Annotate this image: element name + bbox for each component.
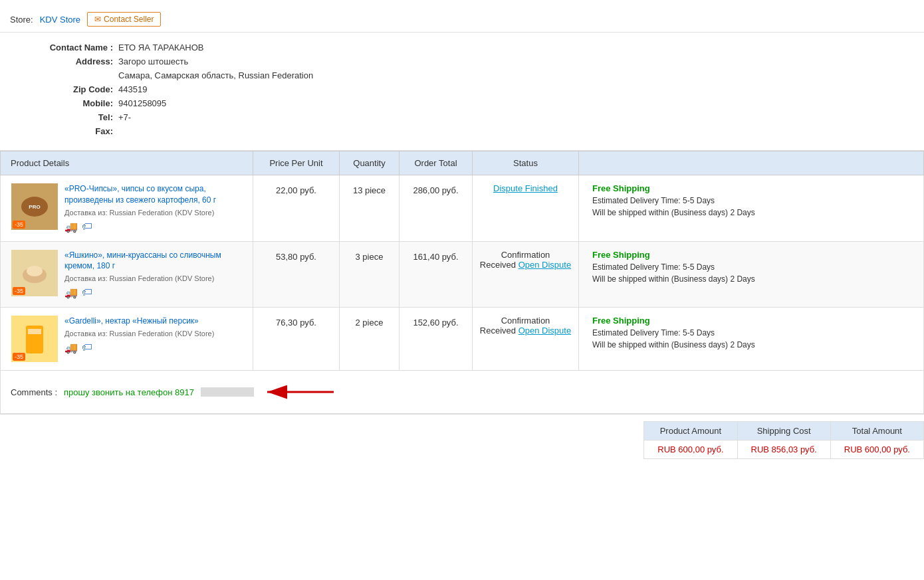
- contact-address-line1: Загоро штошесть: [118, 56, 188, 66]
- contact-name-row: Contact Name : ЕТО ЯА ТАРАКАНОВ: [27, 43, 904, 52]
- comments-row: Comments : прошу звонить на телефон 8917: [1, 371, 924, 414]
- product-cell-2: -35 «Яшкино», мини-круассаны со сливочны…: [1, 241, 253, 308]
- arrow-indicator: [261, 379, 340, 405]
- totals-header-row: Product Amount Shipping Cost Total Amoun…: [644, 422, 924, 440]
- svg-rect-8: [28, 329, 41, 334]
- contact-address-row: Address: Загоро штошесть: [27, 56, 904, 66]
- table-row: -35 PRO «PRO-Чипсы», чипсы со вкусом сыр…: [1, 175, 924, 242]
- shipping-cell-1: Free Shipping Estimated Delivery Time: 5…: [579, 175, 924, 242]
- contact-tel-value: +7-: [118, 112, 131, 122]
- totals-value-row: RUB 600,00 руб. RUB 856,03 руб. RUB 600,…: [644, 440, 924, 459]
- contact-seller-button[interactable]: ✉ Contact Seller: [87, 12, 161, 27]
- header-quantity: Quantity: [340, 151, 400, 175]
- contact-seller-label: Contact Seller: [104, 15, 154, 24]
- arrow-svg: [261, 379, 340, 405]
- tag-icon: 🏷: [82, 286, 92, 299]
- shipping-cost-value: RUB 856,03 руб.: [737, 440, 830, 459]
- product-amount-header: Product Amount: [644, 422, 737, 440]
- product-cell-1: -35 PRO «PRO-Чипсы», чипсы со вкусом сыр…: [1, 175, 253, 242]
- total-amount-value: RUB 600,00 руб.: [830, 440, 923, 459]
- product-source-1: Доставка из: Russian Federation (KDV Sto…: [64, 209, 247, 217]
- email-icon: ✉: [94, 15, 101, 24]
- product-icons-2: 🚚 🏷: [64, 286, 247, 299]
- free-shipping-label-2: Free Shipping: [592, 250, 918, 260]
- store-name-link[interactable]: KDV Store: [40, 15, 80, 25]
- order-table: Product Details Price Per Unit Quantity …: [0, 151, 924, 414]
- product-info-2: «Яшкино», мини-круассаны со сливочным кр…: [64, 250, 247, 300]
- product-name-link-2[interactable]: «Яшкино», мини-круассаны со сливочным кр…: [64, 250, 221, 271]
- product-icons-3: 🚚 🏷: [64, 341, 247, 354]
- truck-icon: 🚚: [64, 286, 78, 299]
- header-product: Product Details: [1, 151, 253, 175]
- discount-badge: -35: [13, 353, 25, 361]
- comments-text: прошу звонить на телефон 8917: [64, 387, 194, 397]
- order-total-cell-1: 286,00 руб.: [400, 175, 473, 242]
- order-table-wrapper: Product Details Price Per Unit Quantity …: [0, 151, 924, 414]
- ship-within-2: Will be shipped within (Business days) 2…: [592, 274, 918, 284]
- status-open-dispute-link-2[interactable]: Open Dispute: [519, 260, 572, 270]
- contact-tel-row: Tel: +7-: [27, 112, 904, 122]
- svg-text:PRO: PRO: [29, 204, 40, 210]
- product-amount-value: RUB 600,00 руб.: [644, 440, 737, 459]
- product-image-3: -35: [11, 316, 58, 362]
- store-header: Store: KDV Store ✉ Contact Seller: [0, 7, 924, 33]
- ship-within-3: Will be shipped within (Business days) 2…: [592, 340, 918, 349]
- totals-table: Product Amount Shipping Cost Total Amoun…: [643, 421, 924, 459]
- product-name-link-3[interactable]: «Gardelli», нектар «Нежный персик»: [64, 316, 199, 326]
- totals-section: Product Amount Shipping Cost Total Amoun…: [0, 414, 924, 466]
- status-received-3: Received: [480, 326, 516, 336]
- product-info-3: «Gardelli», нектар «Нежный персик» Доста…: [64, 316, 247, 354]
- product-source-2: Доставка из: Russian Federation (KDV Sto…: [64, 274, 247, 282]
- product-info-1: «PRO-Чипсы», чипсы со вкусом сыра, произ…: [64, 183, 247, 233]
- qty-cell-1: 13 piece: [340, 175, 400, 242]
- qty-cell-3: 2 piece: [340, 308, 400, 371]
- product-image-2: -35: [11, 250, 58, 296]
- contact-tel-label: Tel:: [27, 112, 113, 122]
- contact-name-label: Contact Name :: [27, 43, 113, 52]
- status-open-dispute-link-3[interactable]: Open Dispute: [519, 326, 572, 336]
- status-cell-1: Dispute Finished: [473, 175, 579, 242]
- delivery-time-2: Estimated Delivery Time: 5-5 Days: [592, 262, 918, 272]
- contact-mobile-value: 9401258095: [118, 98, 166, 108]
- product-source-3: Доставка из: Russian Federation (KDV Sto…: [64, 330, 247, 338]
- store-label: Store:: [10, 15, 33, 25]
- contact-address-label: Address:: [27, 56, 113, 66]
- contact-zipcode-row: Zip Code: 443519: [27, 84, 904, 94]
- shipping-cell-3: Free Shipping Estimated Delivery Time: 5…: [579, 308, 924, 371]
- ship-within-1: Will be shipped within (Business days) 2…: [592, 208, 918, 217]
- status-received-2: Received: [480, 260, 516, 270]
- status-dispute-finished-link[interactable]: Dispute Finished: [493, 183, 558, 193]
- discount-badge: -35: [13, 287, 25, 295]
- table-row: -35 «Gardelli», нектар «Нежный персик» Д…: [1, 308, 924, 371]
- tag-icon: 🏷: [82, 221, 92, 233]
- contact-fax-label: Fax:: [27, 126, 113, 136]
- header-price: Price Per Unit: [253, 151, 340, 175]
- contact-zipcode-value: 443519: [118, 84, 147, 94]
- contact-name-value: ЕТО ЯА ТАРАКАНОВ: [118, 43, 204, 52]
- free-shipping-label-1: Free Shipping: [592, 183, 918, 193]
- header-order-total: Order Total: [400, 151, 473, 175]
- tag-icon: 🏷: [82, 341, 92, 354]
- status-cell-3: Confirmation Received Open Dispute: [473, 308, 579, 371]
- product-image-1: -35 PRO: [11, 183, 58, 230]
- status-confirmation-3: Confirmation: [478, 316, 573, 326]
- price-cell-1: 22,00 руб.: [253, 175, 340, 242]
- comments-blurred-text: [201, 387, 254, 397]
- contact-zipcode-label: Zip Code:: [27, 84, 113, 94]
- order-total-cell-2: 161,40 руб.: [400, 241, 473, 308]
- qty-cell-2: 3 piece: [340, 241, 400, 308]
- contact-mobile-label: Mobile:: [27, 98, 113, 108]
- product-name-link-1[interactable]: «PRO-Чипсы», чипсы со вкусом сыра, произ…: [64, 184, 216, 205]
- contact-mobile-row: Mobile: 9401258095: [27, 98, 904, 108]
- total-amount-header: Total Amount: [830, 422, 923, 440]
- status-confirmation-2: Confirmation: [478, 250, 573, 260]
- header-shipping: [579, 151, 924, 175]
- price-cell-2: 53,80 руб.: [253, 241, 340, 308]
- comments-cell: Comments : прошу звонить на телефон 8917: [1, 371, 924, 414]
- contact-fax-row: Fax:: [27, 126, 904, 136]
- price-cell-3: 76,30 руб.: [253, 308, 340, 371]
- contact-section: Contact Name : ЕТО ЯА ТАРАКАНОВ Address:…: [0, 33, 924, 151]
- status-cell-2: Confirmation Received Open Dispute: [473, 241, 579, 308]
- table-row: -35 «Яшкино», мини-круассаны со сливочны…: [1, 241, 924, 308]
- product-icons-1: 🚚 🏷: [64, 221, 247, 233]
